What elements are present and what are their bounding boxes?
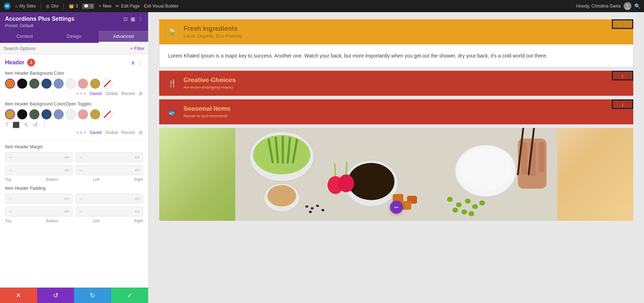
color-swatch2-pink[interactable] — [78, 109, 88, 119]
color-swatch-white[interactable] — [66, 79, 76, 89]
desktop-icon[interactable]: ⬛ — [13, 121, 20, 128]
bottom-bar: ✕ ↺ ↻ ✓ — [0, 287, 148, 303]
padding-bottom-val: ↔ — [79, 196, 83, 201]
color-swatch-transparent[interactable] — [102, 79, 112, 89]
padding-top-link: </> — [64, 197, 69, 201]
dot4 — [77, 131, 79, 134]
color-swatch-pink[interactable] — [78, 79, 88, 89]
color-swatch2-transparent[interactable] — [102, 109, 112, 119]
color-swatch2-gold2[interactable] — [90, 109, 100, 119]
color-swatch2-black[interactable] — [17, 109, 27, 119]
restore-icon-btn[interactable]: ⊡ — [123, 16, 128, 22]
dot5 — [80, 131, 82, 134]
search-input[interactable] — [4, 46, 128, 51]
floating-action-btn[interactable]: ••• — [390, 201, 403, 214]
svg-point-35 — [306, 205, 308, 208]
section-collapse-btn[interactable]: ∧ — [131, 59, 135, 66]
grid-icon-btn[interactable]: ▦ — [131, 16, 135, 22]
accordion-header-2[interactable]: 🍴 Creative Choices An ever-changing menu… — [159, 71, 633, 96]
avatar[interactable] — [624, 2, 631, 10]
reset-icon[interactable]: ↺ — [33, 121, 38, 128]
color-swatch2-blue[interactable] — [42, 109, 52, 119]
accordion-header-3[interactable]: 🐟 Seasonal Items Never a dull moment! ↓ — [159, 99, 633, 124]
undo-button[interactable]: ↺ — [37, 288, 74, 303]
padding-right-input[interactable]: ↔ </> — [75, 207, 143, 217]
color-settings-icon[interactable]: ⚙ — [138, 91, 143, 96]
save-button[interactable]: ✓ — [111, 288, 148, 303]
color-swatch2-gold[interactable] — [5, 109, 15, 119]
search-filter-row: + Filter — [0, 43, 148, 54]
svg-point-18 — [479, 200, 485, 205]
padding-label: Item Header Padding — [5, 186, 143, 191]
accordion-icon-wrap-2: 🍴 — [166, 78, 178, 89]
accordion-item-1: 🍃 Fresh Ingredients Local. Organic. Eco-… — [159, 19, 633, 67]
mysites-link[interactable]: ⌂ My Sites — [15, 4, 36, 9]
accordion-body-1: Lorem Khaled Ipsum is a major key to suc… — [159, 44, 633, 67]
leaf-icon: 🍃 — [168, 28, 177, 36]
more-icon-btn[interactable]: ⋮ — [138, 16, 143, 22]
accordion-subtitle-2: An ever-changing menu — [184, 85, 236, 90]
margin-right-input[interactable]: ↔ </> — [75, 165, 143, 175]
color-swatch2-darkgreen[interactable] — [29, 109, 39, 119]
more-options-icon[interactable]: ⋮ — [42, 121, 48, 128]
color-swatch2-white[interactable] — [66, 109, 76, 119]
color-swatch-gold[interactable] — [90, 79, 100, 89]
padding-left-val: ↔ — [8, 209, 13, 214]
search-icon[interactable]: 🔍 — [634, 3, 640, 9]
redo-button[interactable]: ↻ — [74, 288, 111, 303]
accordion-subtitle-1: Local. Organic. Eco-Friendly. — [184, 33, 243, 39]
cursor-icon[interactable]: ↖ — [24, 121, 29, 128]
margin-labels: Top Bottom Left Right — [5, 177, 143, 182]
padding-right-lbl: Right — [134, 219, 143, 223]
accordion-toggle-2[interactable]: ↓ — [612, 71, 633, 80]
comment-count[interactable]: 💬 0 — [82, 4, 94, 9]
svg-rect-7 — [282, 136, 284, 164]
accordion-title-2: Creative Choices — [184, 76, 236, 84]
accordion-toggle-3[interactable]: ↓ — [612, 99, 633, 109]
color-swatch-darkgreen[interactable] — [29, 79, 39, 89]
color-swatch-black[interactable] — [17, 79, 27, 89]
padding-bottom-input[interactable]: ↔ </> — [75, 194, 143, 204]
color2-settings-icon[interactable]: ⚙ — [138, 130, 143, 135]
fork-icon: 🍴 — [168, 79, 177, 88]
accordion-text-1: Fresh Ingredients Local. Organic. Eco-Fr… — [184, 25, 243, 39]
margin-left-lbl: Left — [93, 177, 99, 182]
edit-page-button[interactable]: ✏ Edit Page — [116, 4, 140, 9]
divi-link[interactable]: ◎ Divi — [46, 4, 58, 9]
filter-button[interactable]: + Filter — [130, 46, 145, 51]
wordpress-icon[interactable]: W — [4, 3, 11, 10]
exit-visual-builder-button[interactable]: Exit Visual Builder — [144, 4, 179, 9]
svg-point-15 — [456, 202, 462, 207]
padding-left-link: </> — [64, 210, 69, 214]
food-image: ••• — [159, 128, 633, 221]
color-swatch-blue[interactable] — [42, 79, 52, 89]
accordion-header-inner-2: 🍴 Creative Choices An ever-changing menu — [159, 71, 612, 96]
cancel-button[interactable]: ✕ — [0, 288, 37, 303]
new-button[interactable]: + New — [98, 4, 111, 9]
divi-icon: ◎ — [46, 4, 49, 9]
margin-left-link: </> — [64, 168, 69, 172]
padding-left-input[interactable]: ↔ </> — [5, 207, 73, 217]
crown-count[interactable]: 👑 3 — [69, 4, 78, 9]
accordion-text-3: Seasonal Items Never a dull moment! — [184, 105, 230, 119]
color-swatch-orange[interactable] — [5, 79, 15, 89]
padding-top-input[interactable]: ↔ </> — [5, 194, 73, 204]
color-saved-label: Saved — [89, 91, 102, 96]
preset-selector[interactable]: Preset: Default — [5, 23, 33, 28]
tab-advanced[interactable]: Advanced — [99, 31, 148, 43]
help-icon[interactable]: ? — [5, 122, 8, 128]
margin-top-input[interactable]: ↔ </> — [5, 152, 73, 162]
color-swatch-lavender[interactable] — [54, 79, 64, 89]
color-dots-2 — [77, 131, 86, 134]
tab-content[interactable]: Content — [0, 31, 49, 43]
color-swatch2-lavender[interactable] — [54, 109, 64, 119]
tab-design[interactable]: Design — [49, 31, 99, 43]
margin-bottom-input[interactable]: ↔ </> — [75, 152, 143, 162]
svg-point-38 — [322, 209, 325, 211]
color-meta-row-2: Saved Global Recent ⚙ — [5, 130, 143, 135]
accordion-toggle-1[interactable]: ↓ — [612, 19, 633, 29]
section-more-btn[interactable]: ⋮ — [137, 59, 143, 66]
margin-left-input[interactable]: ↔ </> — [5, 165, 73, 175]
panel-header: Accordions Plus Settings ⊡ ▦ ⋮ Preset: D… — [0, 12, 148, 31]
accordion-header-1[interactable]: 🍃 Fresh Ingredients Local. Organic. Eco-… — [159, 19, 633, 44]
